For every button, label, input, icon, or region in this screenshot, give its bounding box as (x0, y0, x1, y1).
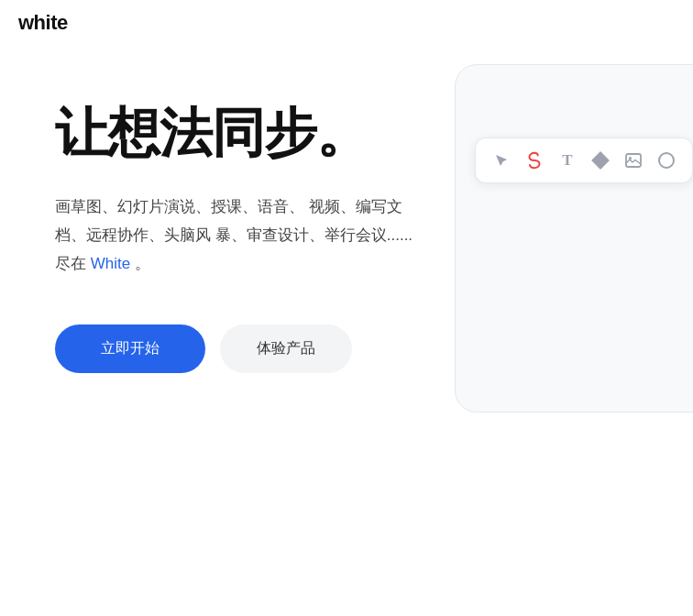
shape-icon[interactable] (586, 146, 615, 175)
trial-button[interactable]: 体验产品 (220, 324, 352, 373)
diamond-shape (591, 151, 610, 170)
hero-description: 画草图、幻灯片演说、授课、语音、 视频、编写文档、远程协作、头脑风 暴、审查设计… (55, 192, 422, 279)
toolbar: T (475, 138, 693, 183)
circle-icon[interactable] (652, 146, 681, 175)
image-icon[interactable] (619, 146, 648, 175)
logo: white (18, 11, 68, 35)
desc-highlight: White (91, 255, 130, 272)
pen-icon[interactable] (520, 146, 549, 175)
desc-line1: 画草图、幻灯片演说、授课、语音、 (55, 198, 304, 215)
mockup-background (455, 64, 693, 412)
start-button[interactable]: 立即开始 (55, 324, 205, 373)
circle-shape (658, 152, 675, 169)
text-icon[interactable]: T (553, 146, 582, 175)
desc-suffix: 。 (135, 255, 150, 272)
ui-mockup: T (427, 0, 693, 449)
cursor-icon[interactable] (487, 146, 516, 175)
